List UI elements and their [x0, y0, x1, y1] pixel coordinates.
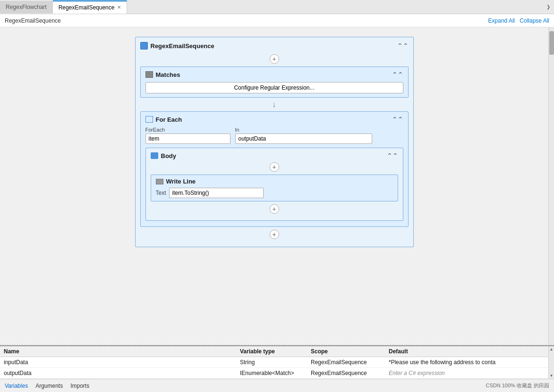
- add-circle-icon-body-top[interactable]: +: [270, 162, 279, 172]
- row-inputdata-name: inputData: [0, 357, 236, 368]
- foreach-header: For Each ⌃⌃: [145, 116, 403, 123]
- foreach-icon: [145, 116, 153, 123]
- row-inputdata-default[interactable]: *Please use the following address to con…: [385, 357, 548, 368]
- sequence-icon: [140, 42, 148, 50]
- table-row: inputData String RegexEmailSequence *Ple…: [0, 357, 548, 368]
- tab-regexflowchart-label: RegexFlowchart: [6, 4, 47, 10]
- sequence-collapse-button[interactable]: ⌃⌃: [397, 42, 409, 50]
- add-circle-icon[interactable]: +: [270, 54, 279, 64]
- row-outputdata-name: outputData: [0, 368, 236, 379]
- canvas-area: RegexEmailSequence ⌃⌃ + Matches ⌃⌃ Confi…: [0, 27, 554, 345]
- canvas-vscrollbar[interactable]: [548, 27, 554, 345]
- sequence-header: RegexEmailSequence ⌃⌃: [140, 42, 409, 50]
- breadcrumb-bar: RegexEmailSequence Expand All Collapse A…: [0, 14, 554, 27]
- canvas-scroll[interactable]: RegexEmailSequence ⌃⌃ + Matches ⌃⌃ Confi…: [0, 27, 548, 345]
- foreach-foreach-input[interactable]: [145, 133, 230, 144]
- foreach-in-group: In: [235, 127, 372, 144]
- writeline-title: Write Line: [166, 178, 196, 185]
- collapse-all-button[interactable]: Collapse All: [520, 17, 549, 24]
- foreach-label-group: ForEach: [145, 127, 230, 144]
- body-block: Body ⌃⌃ + Write Line: [145, 148, 403, 221]
- matches-icon: [145, 71, 153, 78]
- add-button-top[interactable]: +: [140, 54, 409, 64]
- tab-regexflowchart[interactable]: RegexFlowchart: [0, 1, 53, 13]
- breadcrumb: RegexEmailSequence: [5, 17, 61, 24]
- add-circle-icon-body-bottom[interactable]: +: [270, 204, 279, 214]
- col-header-name: Name: [0, 346, 236, 357]
- body-icon: [151, 152, 158, 159]
- body-collapse-button[interactable]: ⌃⌃: [387, 152, 398, 159]
- sequence-title: RegexEmailSequence: [151, 42, 214, 50]
- tab-variables[interactable]: Variables: [5, 383, 28, 389]
- add-button-bottom[interactable]: +: [140, 230, 409, 239]
- bottom-right-text: CSDN 100% 收藏盘 的田园: [486, 382, 549, 389]
- writeline-icon: [156, 179, 163, 184]
- table-row: outputData IEnumerable<Match> RegexEmail…: [0, 368, 548, 379]
- body-header: Body ⌃⌃: [151, 152, 398, 159]
- row-outputdata-scope: RegexEmailSequence: [307, 368, 385, 379]
- foreach-title: For Each: [156, 116, 182, 123]
- sequence-container: RegexEmailSequence ⌃⌃ + Matches ⌃⌃ Confi…: [135, 37, 414, 247]
- row-outputdata-type: IEnumerable<Match>: [236, 368, 307, 379]
- writeline-header: Write Line: [156, 178, 393, 185]
- scroll-up-arrow[interactable]: ▲: [549, 347, 554, 351]
- tab-regexemailsequence-label: RegexEmailSequence: [59, 4, 115, 11]
- body-title: Body: [161, 152, 177, 159]
- tab-close-icon[interactable]: ✕: [117, 5, 121, 10]
- tab-overflow-chevron-icon[interactable]: ❯: [546, 4, 554, 9]
- bottom-vscrollbar[interactable]: ▲ ▼: [548, 346, 554, 379]
- col-header-scope: Scope: [307, 346, 385, 357]
- row-outputdata-default[interactable]: Enter a C# expression: [385, 368, 548, 379]
- bottom-right-info: CSDN 100% 收藏盘 的田园: [486, 382, 549, 389]
- row-inputdata-scope: RegexEmailSequence: [307, 357, 385, 368]
- variables-table: Name Variable type Scope Default inputDa…: [0, 346, 548, 379]
- add-circle-icon-bottom[interactable]: +: [270, 230, 279, 239]
- foreach-collapse-button[interactable]: ⌃⌃: [392, 116, 403, 123]
- row-inputdata-type: String: [236, 357, 307, 368]
- matches-block: Matches ⌃⌃ Configure Regular Expression.…: [140, 67, 409, 98]
- foreach-in-input[interactable]: [235, 133, 372, 144]
- toolbar-actions: Expand All Collapse All: [488, 17, 549, 24]
- expand-all-button[interactable]: Expand All: [488, 17, 515, 24]
- arrow-down: ↓: [140, 100, 409, 109]
- foreach-fields: ForEach In: [145, 127, 403, 144]
- foreach-foreach-label: ForEach: [145, 127, 230, 133]
- canvas-vscroll-thumb[interactable]: [549, 31, 554, 55]
- col-header-default: Default: [385, 346, 548, 357]
- matches-title: Matches: [156, 71, 180, 78]
- tab-bar: RegexFlowchart RegexEmailSequence ✕ ❯: [0, 0, 554, 14]
- variables-table-header-row: Name Variable type Scope Default: [0, 346, 548, 357]
- add-button-body-bottom[interactable]: +: [151, 204, 398, 214]
- writeline-fields: Text: [156, 188, 393, 198]
- col-header-type: Variable type: [236, 346, 307, 357]
- writeline-text-input[interactable]: [169, 188, 264, 198]
- matches-collapse-button[interactable]: ⌃⌃: [392, 71, 403, 78]
- variables-section: Name Variable type Scope Default inputDa…: [0, 346, 548, 379]
- add-button-body-top[interactable]: +: [151, 162, 398, 172]
- canvas-inner: RegexEmailSequence ⌃⌃ + Matches ⌃⌃ Confi…: [135, 37, 414, 335]
- foreach-block: For Each ⌃⌃ ForEach In: [140, 111, 409, 227]
- matches-header: Matches ⌃⌃: [145, 71, 403, 78]
- configure-regex-button[interactable]: Configure Regular Expression...: [145, 82, 403, 93]
- tab-imports[interactable]: Imports: [70, 383, 89, 389]
- writeline-block: Write Line Text: [151, 175, 398, 201]
- scroll-down-arrow[interactable]: ▼: [549, 374, 554, 378]
- foreach-in-label: In: [235, 127, 372, 133]
- tab-regexemailsequence[interactable]: RegexEmailSequence ✕: [53, 0, 128, 14]
- tab-arguments[interactable]: Arguments: [35, 383, 63, 389]
- writeline-text-label: Text: [156, 190, 166, 196]
- bottom-panel: Name Variable type Scope Default inputDa…: [0, 345, 554, 379]
- bottom-tab-bar: Variables Arguments Imports CSDN 100% 收藏…: [0, 379, 554, 392]
- bottom-panel-inner: Name Variable type Scope Default inputDa…: [0, 346, 554, 379]
